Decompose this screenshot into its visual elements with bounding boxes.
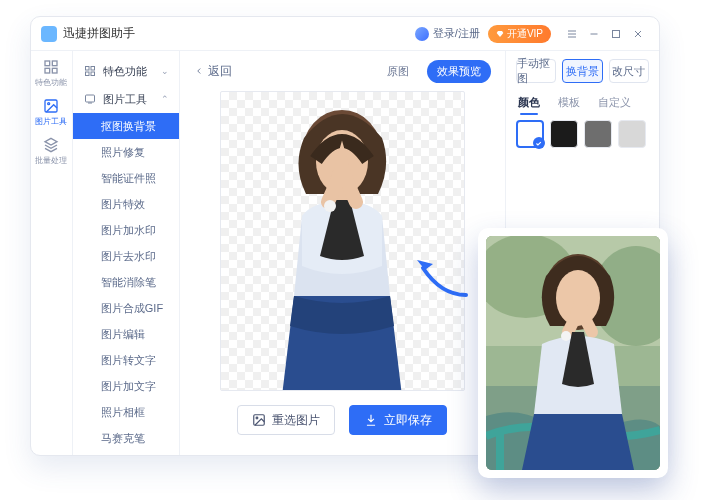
left-tabstrip: 特色功能 图片工具 批量处理 — [31, 51, 73, 455]
arrow-left-icon — [194, 66, 204, 76]
sidebar-item[interactable]: 图片编辑 — [73, 321, 179, 347]
swatch-black[interactable] — [550, 120, 578, 148]
tabstrip-batch[interactable]: 批量处理 — [34, 137, 68, 166]
main-toolbar: 返回 原图 效果预览 — [180, 51, 505, 91]
vip-button[interactable]: 开通VIP — [488, 25, 551, 43]
app-title: 迅捷拼图助手 — [63, 25, 135, 42]
rechoose-button[interactable]: 重选图片 — [237, 405, 335, 435]
sidebar-item[interactable]: 图片合成GIF — [73, 295, 179, 321]
result-card — [478, 228, 668, 478]
svg-rect-11 — [85, 95, 94, 102]
check-icon — [533, 137, 545, 149]
svg-rect-9 — [85, 72, 89, 76]
view-segment: 原图 效果预览 — [377, 60, 491, 83]
tabstrip-label: 批量处理 — [35, 155, 67, 166]
vip-label: 开通VIP — [507, 27, 543, 41]
tabstrip-label: 图片工具 — [35, 116, 67, 127]
svg-point-6 — [48, 103, 50, 105]
minimize-button[interactable] — [583, 23, 605, 45]
tabstrip-image-tools[interactable]: 图片工具 — [34, 98, 68, 127]
image-edit-icon — [83, 93, 97, 105]
sidebar-item[interactable]: 图片加文字 — [73, 373, 179, 399]
grid-icon — [83, 65, 97, 77]
tabstrip-features[interactable]: 特色功能 — [34, 59, 68, 88]
sidebar: 特色功能 ⌄ 图片工具 ⌃ 抠图换背景 照片修复 智能证件照 图片特效 图片加水… — [73, 51, 180, 455]
sidebar-group-label: 图片工具 — [103, 92, 147, 107]
back-label: 返回 — [208, 63, 232, 80]
svg-rect-0 — [613, 30, 620, 37]
color-swatches — [516, 120, 650, 148]
sidebar-group-label: 特色功能 — [103, 64, 147, 79]
close-button[interactable] — [627, 23, 649, 45]
sidebar-item[interactable]: 智能消除笔 — [73, 269, 179, 295]
diamond-icon — [496, 30, 504, 38]
sidebar-item[interactable]: 马赛克笔 — [73, 425, 179, 451]
mode-row: 手动抠图 换背景 改尺寸 — [516, 59, 650, 83]
svg-rect-22 — [496, 432, 504, 470]
sidebar-group-image-tools[interactable]: 图片工具 ⌃ — [73, 85, 179, 113]
avatar-icon[interactable] — [415, 27, 429, 41]
svg-point-16 — [256, 417, 258, 419]
subtab-custom[interactable]: 自定义 — [598, 95, 631, 110]
subtab-template[interactable]: 模板 — [558, 95, 580, 110]
arrow-icon — [411, 250, 471, 300]
menu-button[interactable] — [561, 23, 583, 45]
titlebar: 迅捷拼图助手 登录/注册 开通VIP — [31, 17, 659, 51]
sidebar-item[interactable]: 照片相框 — [73, 399, 179, 425]
svg-rect-7 — [85, 67, 89, 71]
chevron-up-icon: ⌃ — [161, 94, 169, 104]
sidebar-item[interactable]: 图片转文字 — [73, 347, 179, 373]
save-label: 立即保存 — [384, 412, 432, 429]
swatch-lightgray[interactable] — [618, 120, 646, 148]
mode-change-bg[interactable]: 换背景 — [562, 59, 603, 83]
app-icon — [41, 26, 57, 42]
sidebar-item[interactable]: 图片去水印 — [73, 243, 179, 269]
svg-rect-1 — [45, 61, 50, 66]
result-photo — [486, 236, 660, 470]
sidebar-item[interactable]: 智能证件照 — [73, 165, 179, 191]
mode-manual-cutout[interactable]: 手动抠图 — [516, 59, 557, 83]
save-button[interactable]: 立即保存 — [349, 405, 447, 435]
sidebar-item-replace-bg[interactable]: 抠图换背景 — [73, 113, 179, 139]
bg-subtabs: 颜色 模板 自定义 — [518, 95, 650, 110]
segment-preview[interactable]: 效果预览 — [427, 60, 491, 83]
download-icon — [364, 413, 378, 427]
sidebar-item[interactable]: 图片加水印 — [73, 217, 179, 243]
action-row: 重选图片 立即保存 — [237, 405, 447, 435]
rechoose-label: 重选图片 — [272, 412, 320, 429]
swatch-gray[interactable] — [584, 120, 612, 148]
svg-rect-10 — [91, 72, 95, 76]
subtab-color[interactable]: 颜色 — [518, 95, 540, 110]
chevron-down-icon: ⌄ — [161, 66, 169, 76]
svg-point-14 — [324, 200, 336, 212]
cutout-person — [242, 96, 442, 391]
svg-rect-3 — [45, 68, 50, 73]
image-icon — [252, 413, 266, 427]
grid-icon — [43, 59, 59, 75]
sidebar-item[interactable]: 图片特效 — [73, 191, 179, 217]
preview-canvas — [220, 91, 465, 391]
svg-rect-2 — [53, 61, 58, 66]
sidebar-item[interactable]: 照片修复 — [73, 139, 179, 165]
swatch-white[interactable] — [516, 120, 544, 148]
svg-rect-4 — [53, 68, 58, 73]
svg-point-26 — [561, 331, 571, 341]
sidebar-group-features[interactable]: 特色功能 ⌄ — [73, 57, 179, 85]
svg-rect-8 — [91, 67, 95, 71]
maximize-button[interactable] — [605, 23, 627, 45]
back-button[interactable]: 返回 — [194, 63, 232, 80]
mode-resize[interactable]: 改尺寸 — [609, 59, 650, 83]
layers-icon — [43, 137, 59, 153]
login-link[interactable]: 登录/注册 — [433, 26, 480, 41]
segment-original[interactable]: 原图 — [377, 60, 419, 83]
image-icon — [43, 98, 59, 114]
tabstrip-label: 特色功能 — [35, 77, 67, 88]
